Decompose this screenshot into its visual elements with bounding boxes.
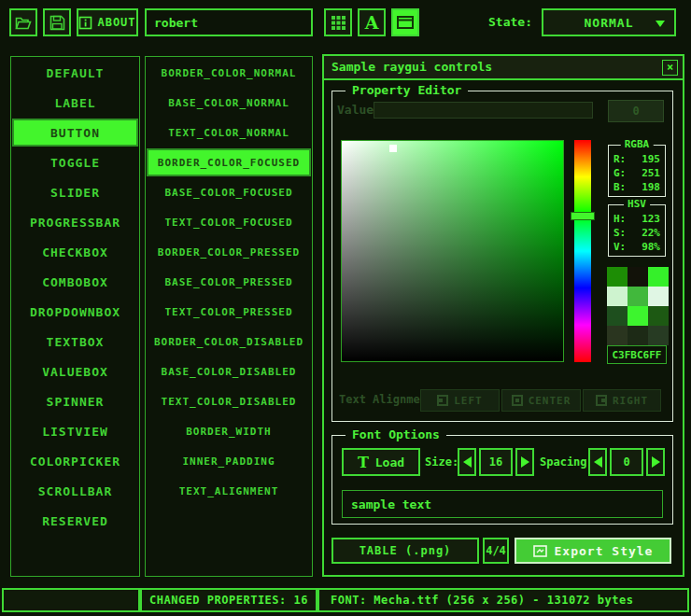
palette-swatch[interactable]: [648, 306, 669, 326]
value-box[interactable]: 0: [608, 100, 664, 122]
rguistyler-window: ABOUT A State: NORMAL DEFAULT LABEL BUTT…: [0, 0, 691, 616]
info-icon: [78, 16, 92, 30]
properties-list-item[interactable]: BASE_COLOR_DISABLED: [147, 357, 311, 385]
controls-list-item[interactable]: SPINNER: [12, 387, 138, 415]
window-panel-icon: [397, 16, 414, 29]
palette-swatch[interactable]: [648, 326, 669, 345]
grid-mode-button[interactable]: [324, 8, 352, 36]
controls-list-item[interactable]: COMBOBOX: [12, 268, 138, 296]
align-left-button[interactable]: LEFT: [420, 389, 500, 412]
controls-list-item[interactable]: PROGRESSBAR: [12, 208, 138, 236]
value-slider[interactable]: [374, 102, 593, 119]
window-title: Sample raygui controls: [331, 60, 492, 74]
controls-list-item[interactable]: TEXTBOX: [12, 328, 138, 356]
properties-list-item-selected[interactable]: BORDER_COLOR_FOCUSED: [147, 148, 311, 176]
color-picker-panel[interactable]: [341, 140, 564, 362]
palette-swatch[interactable]: [628, 267, 648, 287]
font-load-button[interactable]: T Load: [342, 448, 420, 476]
hsv-row: V:98%: [613, 240, 660, 254]
controls-list-item[interactable]: SLIDER: [12, 178, 138, 206]
controls-list-item[interactable]: VALUEBOX: [12, 357, 138, 385]
palette-swatch[interactable]: [648, 287, 669, 306]
arrow-right-icon: [652, 456, 660, 468]
properties-list-item[interactable]: BORDER_COLOR_NORMAL: [147, 59, 311, 87]
state-dropdown[interactable]: NORMAL: [542, 8, 676, 36]
green-value: 251: [642, 166, 660, 180]
rgba-row: R:195: [613, 152, 660, 166]
red-value: 195: [642, 152, 660, 166]
properties-list-item[interactable]: TEXT_ALIGNMENT: [147, 477, 311, 505]
palette-swatch[interactable]: [607, 306, 628, 326]
controls-list-item[interactable]: COLORPICKER: [12, 447, 138, 475]
properties-list-item[interactable]: BASE_COLOR_NORMAL: [147, 89, 311, 117]
floppy-save-icon: [49, 15, 65, 31]
export-image-icon: [533, 545, 547, 557]
hue-slider-handle[interactable]: [571, 212, 595, 220]
properties-list-item[interactable]: BASE_COLOR_PRESSED: [147, 268, 311, 296]
properties-list-item[interactable]: BORDER_WIDTH: [147, 417, 311, 445]
controls-list-item[interactable]: DEFAULT: [12, 59, 138, 87]
rgba-row: G:251: [613, 166, 660, 180]
chevron-down-icon: [656, 21, 665, 32]
hsv-group-label: HSV: [624, 198, 650, 210]
open-style-button[interactable]: [9, 8, 37, 36]
panel-mode-button[interactable]: [391, 8, 419, 36]
controls-list-item[interactable]: CHECKBOX: [12, 238, 138, 266]
properties-list-item[interactable]: TEXT_COLOR_PRESSED: [147, 298, 311, 326]
size-increase-button[interactable]: [515, 448, 534, 476]
hsv-row: H:123: [613, 212, 660, 226]
controls-list-item[interactable]: LABEL: [12, 89, 138, 117]
style-name-input[interactable]: [145, 8, 313, 36]
align-right-button[interactable]: RIGHT: [583, 389, 661, 412]
spacing-increase-button[interactable]: [646, 448, 665, 476]
controls-list-item[interactable]: RESERVED: [12, 507, 138, 535]
sample-controls-window: Sample raygui controls × Property Editor…: [322, 54, 684, 577]
palette-swatch[interactable]: [607, 287, 628, 306]
properties-list-item[interactable]: BORDER_COLOR_DISABLED: [147, 328, 311, 356]
rgba-group: RGBA R:195 G:251 B:198: [608, 145, 666, 197]
palette-swatch[interactable]: [628, 287, 648, 306]
palette-swatch[interactable]: [607, 326, 628, 345]
controls-list-item[interactable]: SCROLLBAR: [12, 477, 138, 505]
hsv-row: S:22%: [613, 226, 660, 240]
properties-list-item[interactable]: TEXT_COLOR_DISABLED: [147, 387, 311, 415]
font-glyph-icon: T: [358, 454, 369, 471]
about-button[interactable]: ABOUT: [77, 8, 138, 36]
spacing-value-box[interactable]: 0: [610, 448, 643, 476]
font-mode-button[interactable]: A: [358, 8, 386, 36]
export-format-button[interactable]: TABLE (.png): [331, 538, 479, 564]
rgba-row: B:198: [613, 180, 660, 194]
text-alignment-label: Text Alignment:: [339, 393, 421, 408]
properties-list-item[interactable]: TEXT_COLOR_FOCUSED: [147, 208, 311, 236]
controls-list-item[interactable]: LISTVIEW: [12, 417, 138, 445]
size-value-box[interactable]: 16: [479, 448, 513, 476]
letter-a-icon: A: [365, 14, 379, 32]
spacing-decrease-button[interactable]: [588, 448, 607, 476]
properties-list-item[interactable]: BORDER_COLOR_PRESSED: [147, 238, 311, 266]
rgba-group-label: RGBA: [621, 138, 654, 150]
save-style-button[interactable]: [43, 8, 71, 36]
export-style-button[interactable]: Export Style: [515, 538, 671, 564]
pages-value-box[interactable]: 4/4: [483, 538, 509, 564]
size-decrease-button[interactable]: [458, 448, 476, 476]
controls-list-item[interactable]: DROPDOWNBOX: [12, 298, 138, 326]
properties-list-item[interactable]: BASE_COLOR_FOCUSED: [147, 178, 311, 206]
properties-list-item[interactable]: TEXT_COLOR_NORMAL: [147, 119, 311, 147]
palette-swatch[interactable]: [628, 306, 648, 326]
color-picker-cursor[interactable]: [389, 145, 397, 152]
arrow-right-icon: [521, 456, 529, 468]
hue-bar[interactable]: [574, 140, 591, 362]
palette-swatch[interactable]: [648, 267, 669, 287]
palette-swatch[interactable]: [607, 267, 628, 287]
close-icon[interactable]: ×: [662, 60, 678, 76]
state-dropdown-value: NORMAL: [585, 16, 634, 30]
window-title-bar[interactable]: Sample raygui controls ×: [324, 56, 683, 80]
hex-color-input[interactable]: [607, 345, 667, 364]
properties-list-item[interactable]: INNER_PADDING: [147, 447, 311, 475]
controls-list-item-selected[interactable]: BUTTON: [12, 119, 138, 147]
align-right-icon: [596, 395, 607, 406]
controls-list-item[interactable]: TOGGLE: [12, 148, 138, 176]
align-center-button[interactable]: CENTER: [501, 389, 581, 412]
sample-text-input[interactable]: [342, 490, 663, 518]
palette-swatch[interactable]: [628, 326, 648, 345]
